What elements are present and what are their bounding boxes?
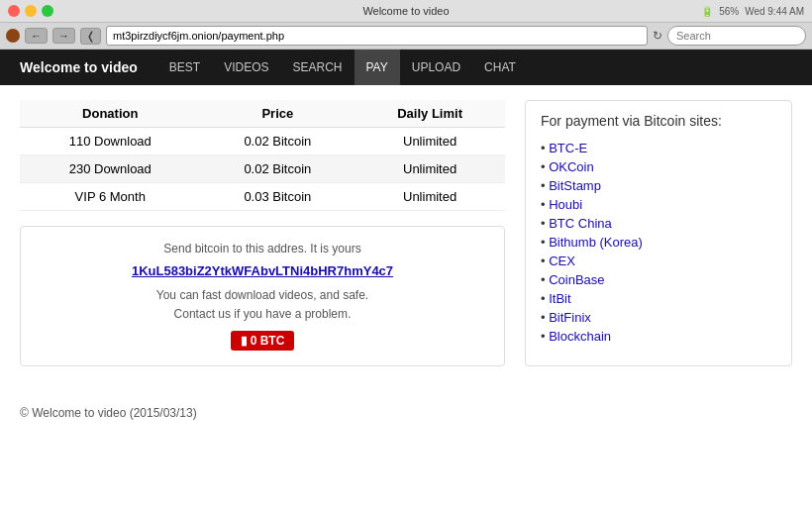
tor-icon xyxy=(6,29,20,43)
site-link[interactable]: OKCoin xyxy=(549,159,594,174)
history-back-button[interactable]: ❬ xyxy=(80,28,101,45)
list-item: BTC-E xyxy=(541,139,776,157)
list-item: CEX xyxy=(541,252,776,270)
maximize-button[interactable] xyxy=(42,5,53,17)
site-logo: Welcome to video xyxy=(20,59,138,75)
list-item: CoinBase xyxy=(541,270,776,289)
forward-button[interactable]: → xyxy=(52,28,75,44)
list-item: Houbi xyxy=(541,195,776,214)
price-cell: 0.02 Bitcoin xyxy=(201,155,355,183)
footer: © Welcome to video (2015/03/13) xyxy=(0,391,812,435)
site-link[interactable]: BitFinix xyxy=(549,310,591,325)
fast-download-text: You can fast download videos, and safe. xyxy=(36,288,489,302)
site-link[interactable]: BitStamp xyxy=(549,178,601,193)
price-cell: 0.03 Bitcoin xyxy=(201,183,355,211)
back-button[interactable]: ← xyxy=(25,28,48,44)
limit-cell: Unlimited xyxy=(355,128,505,155)
btc-amount: 0 BTC xyxy=(251,334,285,348)
limit-cell: Unlimited xyxy=(355,155,505,183)
window-title: Welcome to video xyxy=(362,5,449,17)
site-link[interactable]: CoinBase xyxy=(549,272,604,287)
nav-videos[interactable]: VIDEOS xyxy=(212,50,280,85)
site-nav: Welcome to video BEST VIDEOS SEARCH PAY … xyxy=(0,50,812,85)
limit-cell: Unlimited xyxy=(355,183,505,211)
search-input[interactable] xyxy=(667,26,806,46)
price-cell: 0.02 Bitcoin xyxy=(201,128,355,155)
nav-best[interactable]: BEST xyxy=(157,50,212,85)
battery-icon: 🔋 xyxy=(701,6,713,17)
site-link[interactable]: Blockchain xyxy=(549,329,611,344)
list-item: ItBit xyxy=(541,289,776,308)
close-button[interactable] xyxy=(8,5,20,17)
donation-cell: 110 Download xyxy=(20,128,201,155)
table-row: 110 Download 0.02 Bitcoin Unlimited xyxy=(20,128,505,155)
clock: Wed 9:44 AM xyxy=(745,6,804,17)
footer-text: © Welcome to video (2015/03/13) xyxy=(20,406,197,420)
nav-upload[interactable]: UPLOAD xyxy=(400,50,472,85)
list-item: BitFinix xyxy=(541,308,776,327)
nav-chat[interactable]: CHAT xyxy=(472,50,528,85)
left-panel: Donation Price Daily Limit 110 Download … xyxy=(20,100,505,366)
address-bar[interactable] xyxy=(106,26,648,46)
send-text: Send bitcoin to this addres. It is yours xyxy=(36,242,489,255)
contact-text: Contact us if you have a problem. xyxy=(36,307,489,321)
main-content: Donation Price Daily Limit 110 Download … xyxy=(0,85,812,381)
list-item: OKCoin xyxy=(541,157,776,176)
right-panel: For payment via Bitcoin sites: BTC-EOKCo… xyxy=(525,100,792,366)
title-bar: Welcome to video 🔋 56% Wed 9:44 AM xyxy=(0,0,812,22)
nav-pay[interactable]: PAY xyxy=(355,50,400,85)
col-donation: Donation xyxy=(20,100,201,128)
table-row: VIP 6 Month 0.03 Bitcoin Unlimited xyxy=(20,183,505,211)
list-item: BitStamp xyxy=(541,176,776,195)
btc-icon: ▮ xyxy=(241,334,248,348)
site-link[interactable]: BTC China xyxy=(549,216,612,231)
pricing-table: Donation Price Daily Limit 110 Download … xyxy=(20,100,505,211)
browser-toolbar: ← → ❬ ↻ xyxy=(0,22,812,50)
title-bar-icons: 🔋 56% Wed 9:44 AM xyxy=(701,6,804,17)
window-controls[interactable] xyxy=(8,5,53,17)
col-price: Price xyxy=(201,100,355,128)
site-link[interactable]: Bithumb (Korea) xyxy=(549,235,643,250)
battery-level: 56% xyxy=(719,6,739,17)
col-limit: Daily Limit xyxy=(355,100,505,128)
site-link[interactable]: BTC-E xyxy=(549,141,587,155)
nav-search[interactable]: SEARCH xyxy=(280,50,354,85)
donation-cell: 230 Download xyxy=(20,155,201,183)
list-item: Bithumb (Korea) xyxy=(541,233,776,252)
reload-button[interactable]: ↻ xyxy=(653,29,662,43)
btc-badge: ▮0 BTC xyxy=(231,331,295,351)
list-item: BTC China xyxy=(541,214,776,233)
btc-address[interactable]: 1KuL583biZ2YtkWFAbvLTNi4bHR7hmY4c7 xyxy=(36,263,489,278)
bitcoin-sites-list: BTC-EOKCoinBitStampHoubiBTC ChinaBithumb… xyxy=(541,139,776,346)
bitcoin-sites-heading: For payment via Bitcoin sites: xyxy=(541,113,776,129)
payment-box: Send bitcoin to this addres. It is yours… xyxy=(20,226,505,366)
site-link[interactable]: ItBit xyxy=(549,291,570,306)
minimize-button[interactable] xyxy=(25,5,37,17)
donation-cell: VIP 6 Month xyxy=(20,183,201,211)
table-row: 230 Download 0.02 Bitcoin Unlimited xyxy=(20,155,505,183)
list-item: Blockchain xyxy=(541,327,776,346)
site-link[interactable]: Houbi xyxy=(549,197,582,212)
site-link[interactable]: CEX xyxy=(549,254,575,268)
